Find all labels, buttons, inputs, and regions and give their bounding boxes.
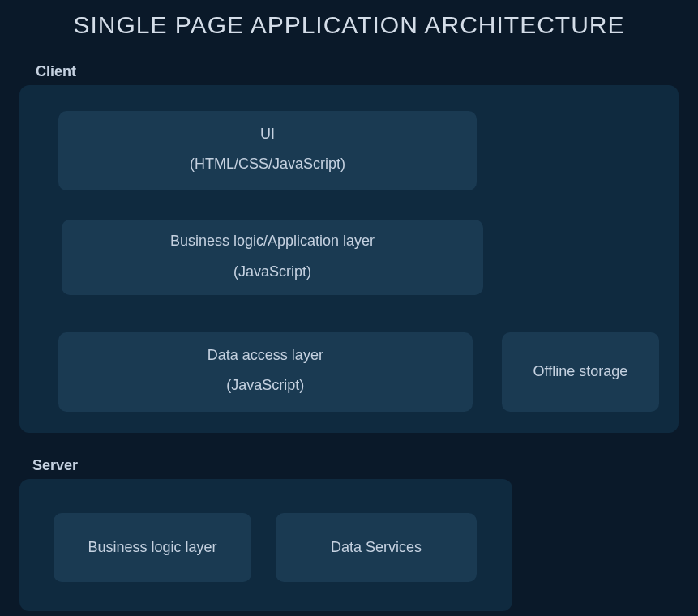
data-access-tech: (JavaScript) (75, 375, 456, 396)
offline-storage-label: Offline storage (533, 361, 627, 382)
ui-layer-tech: (HTML/CSS/JavaScript) (75, 154, 460, 174)
business-logic-box: Business logic/Application layer (JavaSc… (62, 220, 483, 294)
server-data-services-label: Data Services (331, 537, 422, 558)
ui-layer-title: UI (75, 124, 460, 144)
data-access-box: Data access layer (JavaScript) (58, 332, 473, 412)
data-access-title: Data access layer (75, 345, 456, 366)
business-logic-title: Business logic/Application layer (78, 231, 467, 251)
server-label: Server (32, 457, 679, 474)
business-logic-tech: (JavaScript) (78, 262, 467, 282)
client-container: UI (HTML/CSS/JavaScript) Business logic/… (19, 85, 679, 433)
server-business-logic-label: Business logic layer (88, 537, 216, 558)
ui-layer-box: UI (HTML/CSS/JavaScript) (58, 111, 477, 190)
server-data-services-box: Data Services (276, 513, 477, 582)
diagram-title: SINGLE PAGE APPLICATION ARCHITECTURE (19, 0, 679, 63)
server-container: Business logic layer Data Services (19, 479, 512, 611)
server-business-logic-box: Business logic layer (54, 513, 251, 582)
offline-storage-box: Offline storage (502, 332, 659, 412)
client-label: Client (36, 63, 679, 80)
